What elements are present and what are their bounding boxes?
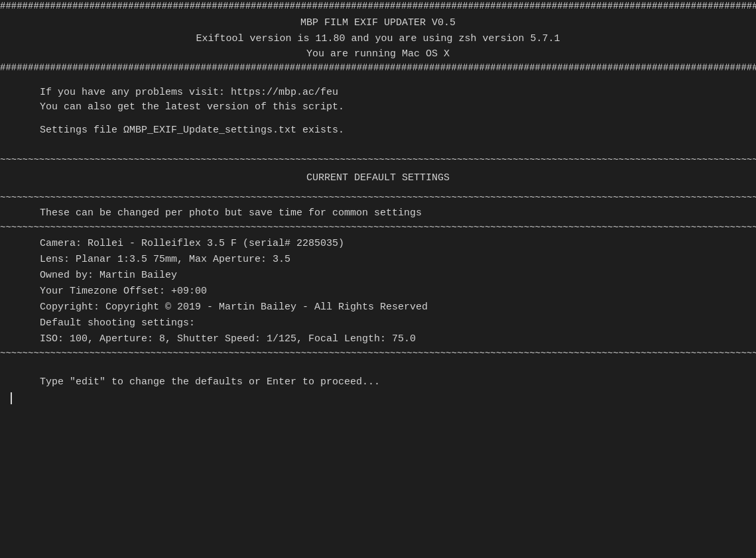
tilde-divider-4: ~~~~~~~~~~~~~~~~~~~~~~~~~~~~~~~~~~~~~~~~… — [0, 347, 756, 359]
tilde-divider-1: ~~~~~~~~~~~~~~~~~~~~~~~~~~~~~~~~~~~~~~~~… — [0, 154, 756, 166]
lens-line: Lens: Planar 1:3.5 75mm, Max Aperture: 3… — [40, 252, 756, 268]
camera-line: Camera: Rollei - Rolleiflex 3.5 F (seria… — [40, 236, 756, 252]
cursor-line — [0, 392, 756, 404]
prompt-section: Type "edit" to change the defaults or En… — [0, 359, 756, 390]
timezone-line: Your Timezone Offset: +09:00 — [40, 284, 756, 300]
prompt-line: Type "edit" to change the defaults or En… — [0, 375, 756, 390]
intro-section: If you have any problems visit: https://… — [0, 75, 756, 139]
settings-content: Camera: Rollei - Rolleiflex 3.5 F (seria… — [0, 236, 756, 347]
section-title: CURRENT DEFAULT SETTINGS — [0, 166, 756, 192]
app-title: MBP FILM EXIF UPDATER V0.5 — [0, 13, 756, 32]
default-shooting-label: Default shooting settings: — [40, 315, 756, 331]
latest-version-line: You can also get the latest version of t… — [0, 100, 756, 115]
settings-description: These can be changed per photo but save … — [0, 206, 756, 221]
copyright-line: Copyright: Copyright © 2019 - Martin Bai… — [40, 300, 756, 315]
default-shooting-values: ISO: 100, Aperture: 8, Shutter Speed: 1/… — [40, 331, 756, 347]
os-info: You are running Mac OS X — [0, 47, 756, 62]
header-border-bottom: ########################################… — [0, 62, 756, 75]
tilde-divider-2: ~~~~~~~~~~~~~~~~~~~~~~~~~~~~~~~~~~~~~~~~… — [0, 192, 756, 203]
terminal-window: ########################################… — [0, 0, 756, 558]
header-border-top: ########################################… — [0, 0, 756, 13]
tilde-divider-3: ~~~~~~~~~~~~~~~~~~~~~~~~~~~~~~~~~~~~~~~~… — [0, 221, 756, 233]
exiftool-info: Exiftool version is 11.80 and you are us… — [0, 32, 756, 47]
problems-line: If you have any problems visit: https://… — [0, 85, 756, 101]
terminal-cursor — [11, 392, 12, 404]
owned-by-line: Owned by: Martin Bailey — [40, 268, 756, 284]
settings-file-line: Settings file ΩMBP_EXIF_Update_settings.… — [0, 123, 756, 139]
